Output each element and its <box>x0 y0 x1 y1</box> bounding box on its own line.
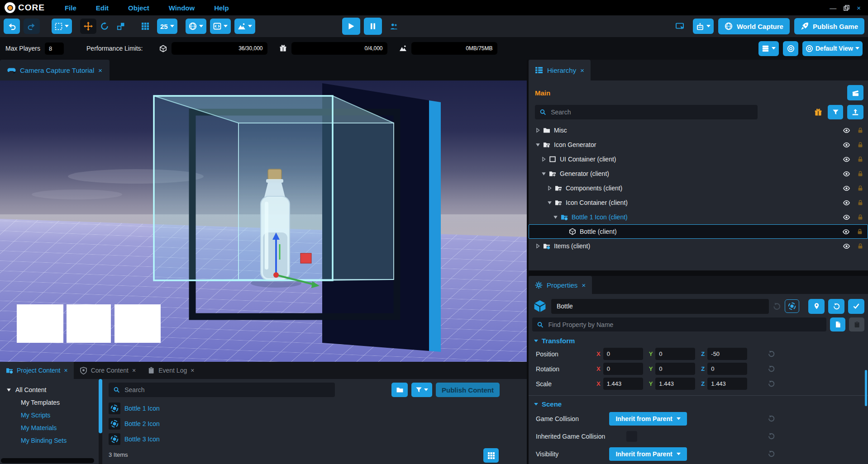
lock-icon[interactable] <box>857 170 863 177</box>
property-search-input[interactable] <box>547 321 822 329</box>
capture-slate-button[interactable] <box>847 85 863 100</box>
property-search[interactable] <box>532 317 826 331</box>
hierarchy-row-items[interactable]: Items (client) <box>529 239 868 253</box>
visibility-dropdown[interactable]: Inherit from Parent <box>609 447 687 461</box>
close-tab-icon[interactable]: × <box>64 367 68 374</box>
expand-arrow-icon[interactable] <box>534 243 541 249</box>
find-in-scene-button[interactable] <box>808 299 825 314</box>
max-players-input[interactable] <box>45 43 64 55</box>
menu-file[interactable]: File <box>65 4 76 12</box>
select-tool-dropdown[interactable] <box>52 19 72 34</box>
hierarchy-row-misc[interactable]: Misc <box>529 123 868 137</box>
list-item-bottle-3-icon[interactable]: Bottle 3 Icon <box>109 431 527 447</box>
close-tab-icon[interactable]: × <box>98 67 102 74</box>
publish-game-button[interactable]: Publish Game <box>794 18 864 34</box>
scene-name[interactable]: Main <box>535 89 550 97</box>
lock-icon[interactable] <box>857 156 863 162</box>
object-name-input[interactable] <box>551 299 769 314</box>
gift-icon[interactable] <box>814 109 822 116</box>
export-upload-button[interactable] <box>847 105 863 119</box>
copy-properties-button[interactable] <box>830 317 845 331</box>
close-tab-icon[interactable]: × <box>132 367 136 374</box>
expand-arrow-icon[interactable] <box>6 387 11 393</box>
sidebar-item-my-binding-sets[interactable]: My Binding Sets <box>0 434 99 447</box>
lock-icon[interactable] <box>857 199 863 206</box>
expand-arrow-icon[interactable] <box>540 156 547 162</box>
lock-icon[interactable] <box>857 214 863 220</box>
menu-window[interactable]: Window <box>169 4 195 12</box>
open-folder-button[interactable] <box>391 383 408 397</box>
collapse-arrow-icon[interactable] <box>546 200 553 205</box>
screen-share-icon[interactable] <box>672 19 688 34</box>
reset-row-icon[interactable] <box>768 415 775 422</box>
grid-view-button[interactable] <box>483 448 499 463</box>
scale-z-input[interactable] <box>707 378 747 390</box>
rotate-tool-button[interactable] <box>96 19 113 34</box>
close-tab-icon[interactable]: × <box>580 67 584 74</box>
visibility-eye-icon[interactable] <box>843 242 850 250</box>
section-collapse-icon[interactable] <box>534 403 538 406</box>
visibility-eye-icon[interactable] <box>843 156 850 163</box>
reset-properties-button[interactable] <box>828 299 844 314</box>
bot-capture-dropdown[interactable] <box>693 19 714 34</box>
scale-x-input[interactable] <box>603 378 643 390</box>
section-transform[interactable]: Transform <box>529 333 868 346</box>
filter-dropdown[interactable] <box>411 383 432 397</box>
close-tab-icon[interactable]: × <box>191 367 194 374</box>
rotation-x-input[interactable] <box>603 363 643 375</box>
red-cube-prop[interactable] <box>300 253 311 263</box>
rotation-y-input[interactable] <box>655 363 695 375</box>
tab-hierarchy[interactable]: Hierarchy × <box>529 60 591 80</box>
paste-properties-button[interactable] <box>849 317 864 331</box>
sidebar-item-my-scripts[interactable]: My Scripts <box>0 409 99 421</box>
world-mode-dropdown[interactable] <box>186 19 206 34</box>
properties-scrollbar[interactable] <box>865 370 867 406</box>
reset-row-icon[interactable] <box>768 365 775 373</box>
list-item-bottle-2-icon[interactable]: Bottle 2 Icon <box>109 416 527 431</box>
section-scene[interactable]: Scene <box>529 397 868 410</box>
reset-row-icon[interactable] <box>768 432 775 440</box>
tab-event-log[interactable]: Event Log × <box>142 362 200 379</box>
lock-icon[interactable] <box>857 185 863 191</box>
move-tool-button[interactable] <box>80 19 96 34</box>
undo-button[interactable] <box>4 19 20 34</box>
game-collision-dropdown[interactable]: Inherit from Parent <box>609 412 687 426</box>
visibility-eye-icon[interactable] <box>843 213 850 221</box>
hierarchy-search[interactable] <box>535 105 758 119</box>
script-dropdown[interactable] <box>210 19 231 34</box>
menu-help[interactable]: Help <box>214 4 229 12</box>
menu-object[interactable]: Object <box>128 4 149 12</box>
hierarchy-row-bottle-selected[interactable]: Bottle (client) <box>529 224 868 239</box>
hierarchy-row-icon-container[interactable]: Icon Container (client) <box>529 195 868 210</box>
publish-content-button[interactable]: Publish Content <box>436 383 500 397</box>
expand-arrow-icon[interactable] <box>546 185 553 191</box>
hierarchy-row-icon-generator[interactable]: Icon Generator <box>529 137 868 152</box>
minimize-icon[interactable]: — <box>830 5 836 11</box>
visibility-eye-icon[interactable] <box>843 141 850 149</box>
pause-button[interactable] <box>364 18 382 35</box>
redo-button[interactable] <box>24 19 40 34</box>
content-search[interactable] <box>109 383 335 397</box>
tab-project-content[interactable]: Project Content × <box>0 362 74 379</box>
hierarchy-search-input[interactable] <box>550 108 753 116</box>
visibility-eye-icon[interactable] <box>843 127 850 134</box>
grid-size-dropdown[interactable]: 25 <box>157 19 177 34</box>
3d-scene[interactable] <box>0 80 527 362</box>
template-state-icon[interactable] <box>785 299 799 313</box>
lock-icon[interactable] <box>857 228 863 235</box>
apply-button[interactable] <box>848 299 864 314</box>
3d-viewport-canvas[interactable] <box>0 80 527 362</box>
tab-core-content[interactable]: Core Content × <box>74 362 142 379</box>
hierarchy-row-ui-container[interactable]: UI Container (client) <box>529 152 868 166</box>
world-capture-button[interactable]: World Capture <box>718 18 790 34</box>
position-y-input[interactable] <box>655 348 695 360</box>
section-collapse-icon[interactable] <box>534 340 538 342</box>
lock-icon[interactable] <box>857 142 863 148</box>
visibility-eye-icon[interactable] <box>843 185 850 192</box>
terrain-dropdown[interactable] <box>234 19 255 34</box>
close-tab-icon[interactable]: × <box>582 282 586 289</box>
menu-edit[interactable]: Edit <box>96 4 109 12</box>
scale-y-input[interactable] <box>655 378 695 390</box>
position-z-input[interactable] <box>707 348 747 360</box>
content-scrollbar-thumb[interactable] <box>99 379 102 433</box>
